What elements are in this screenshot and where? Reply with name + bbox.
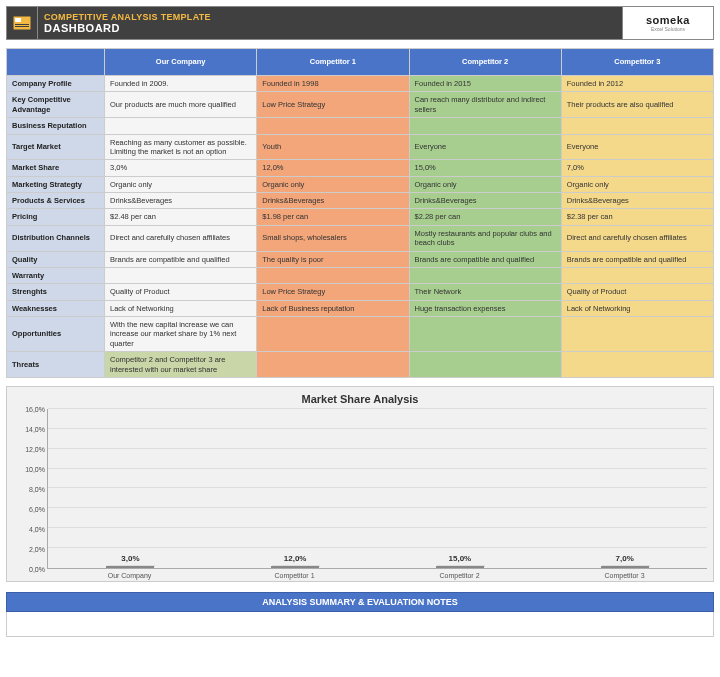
table-row: WeaknessesLack of NetworkingLack of Busi… — [7, 300, 714, 316]
cell-c3[interactable]: Direct and carefully chosen affiliates — [561, 225, 713, 251]
brand-logo: someka Excel Solutions — [622, 7, 713, 39]
cell-c3[interactable] — [561, 352, 713, 378]
cell-c3[interactable] — [561, 317, 713, 352]
cell-c3[interactable]: Quality of Product — [561, 284, 713, 300]
cell-c1[interactable] — [257, 317, 409, 352]
row-label: Quality — [7, 251, 105, 267]
template-title: COMPETITIVE ANALYSIS TEMPLATE — [44, 12, 622, 22]
cell-our[interactable]: Direct and carefully chosen affiliates — [105, 225, 257, 251]
cell-c1[interactable] — [257, 118, 409, 134]
cell-c2[interactable]: Huge transaction expenses — [409, 300, 561, 316]
y-tick-label: 16,0% — [25, 405, 45, 412]
cell-c1[interactable]: Drinks&Beverages — [257, 193, 409, 209]
cell-c3[interactable] — [561, 267, 713, 283]
cell-c3[interactable]: Drinks&Beverages — [561, 193, 713, 209]
cell-c2[interactable] — [409, 352, 561, 378]
cell-c2[interactable]: Brands are compatible and qualified — [409, 251, 561, 267]
cell-c3[interactable]: Their products are also qualified — [561, 92, 713, 118]
header-titles: COMPETITIVE ANALYSIS TEMPLATE DASHBOARD — [38, 7, 622, 39]
row-label: Market Share — [7, 160, 105, 176]
row-label: Products & Services — [7, 193, 105, 209]
cell-our[interactable]: Drinks&Beverages — [105, 193, 257, 209]
cell-our[interactable]: Founded in 2009. — [105, 76, 257, 92]
cell-our[interactable]: 3,0% — [105, 160, 257, 176]
gridline — [48, 448, 707, 449]
app-header: COMPETITIVE ANALYSIS TEMPLATE DASHBOARD … — [6, 6, 714, 40]
cell-c1[interactable] — [257, 267, 409, 283]
cell-c3[interactable]: Organic only — [561, 176, 713, 192]
cell-c2[interactable]: Their Network — [409, 284, 561, 300]
cell-c3[interactable] — [561, 118, 713, 134]
cell-c3[interactable]: Founded in 2012 — [561, 76, 713, 92]
y-tick-label: 6,0% — [29, 505, 45, 512]
row-label: Marketing Strategty — [7, 176, 105, 192]
cell-our[interactable]: Quality of Product — [105, 284, 257, 300]
chart-plot-area: 3,0%12,0%15,0%7,0% — [47, 409, 707, 569]
bar-value-label: 7,0% — [616, 554, 634, 563]
table-row: StrenghtsQuality of ProductLow Price Str… — [7, 284, 714, 300]
cell-c2[interactable]: $2.28 per can — [409, 209, 561, 225]
cell-our[interactable]: Organic only — [105, 176, 257, 192]
x-tick-label: Competitor 1 — [212, 572, 377, 579]
y-tick-label: 12,0% — [25, 445, 45, 452]
y-tick-label: 14,0% — [25, 425, 45, 432]
row-label: Warranty — [7, 267, 105, 283]
cell-c2[interactable] — [409, 118, 561, 134]
row-label: Threats — [7, 352, 105, 378]
cell-c1[interactable]: $1.98 per can — [257, 209, 409, 225]
cell-c1[interactable]: Organic only — [257, 176, 409, 192]
table-row: Target MarketReaching as many customer a… — [7, 134, 714, 160]
cell-c3[interactable]: $2.38 per can — [561, 209, 713, 225]
y-tick-label: 8,0% — [29, 485, 45, 492]
cell-our[interactable]: Lack of Networking — [105, 300, 257, 316]
cell-c2[interactable]: Can reach many distributor and indirect … — [409, 92, 561, 118]
cell-our[interactable]: Competitor 2 and Competitor 3 are intere… — [105, 352, 257, 378]
table-row: ThreatsCompetitor 2 and Competitor 3 are… — [7, 352, 714, 378]
cell-c1[interactable]: Lack of Business reputation — [257, 300, 409, 316]
col-competitor-2: Competitor 2 — [409, 49, 561, 76]
cell-c3[interactable]: Lack of Networking — [561, 300, 713, 316]
cell-c1[interactable]: Founded in 1998 — [257, 76, 409, 92]
notes-body[interactable] — [6, 612, 714, 637]
gridline — [48, 487, 707, 488]
chart-x-axis: Our CompanyCompetitor 1Competitor 2Compe… — [47, 572, 707, 579]
bar-value-label: 12,0% — [284, 554, 307, 563]
cell-c1[interactable]: Small shops, wholesalers — [257, 225, 409, 251]
y-tick-label: 10,0% — [25, 465, 45, 472]
cell-c3[interactable]: Brands are compatible and qualified — [561, 251, 713, 267]
cell-c1[interactable]: 12,0% — [257, 160, 409, 176]
gridline — [48, 408, 707, 409]
cell-c1[interactable]: The quality is poor — [257, 251, 409, 267]
bar: 7,0% — [601, 566, 649, 568]
cell-c2[interactable]: 15,0% — [409, 160, 561, 176]
table-row: Business Reputation — [7, 118, 714, 134]
logo-tagline: Excel Solutions — [651, 26, 685, 32]
cell-c1[interactable]: Youth — [257, 134, 409, 160]
cell-our[interactable] — [105, 118, 257, 134]
cell-c3[interactable]: Everyone — [561, 134, 713, 160]
svg-rect-3 — [15, 26, 29, 27]
cell-c1[interactable]: Low Price Strategy — [257, 284, 409, 300]
cell-c2[interactable]: Drinks&Beverages — [409, 193, 561, 209]
market-share-chart: Market Share Analysis 0,0%2,0%4,0%6,0%8,… — [6, 386, 714, 582]
cell-our[interactable]: With the new capital increase we can inc… — [105, 317, 257, 352]
cell-our[interactable]: Brands are compatible and qualified — [105, 251, 257, 267]
cell-c3[interactable]: 7,0% — [561, 160, 713, 176]
cell-c1[interactable]: Low Price Strategy — [257, 92, 409, 118]
competitive-table: Our Company Competitor 1 Competitor 2 Co… — [6, 48, 714, 378]
svg-rect-2 — [15, 24, 29, 25]
cell-c2[interactable]: Founded in 2015 — [409, 76, 561, 92]
cell-our[interactable] — [105, 267, 257, 283]
cell-our[interactable]: Reaching as many customer as possible. L… — [105, 134, 257, 160]
cell-c2[interactable]: Organic only — [409, 176, 561, 192]
x-tick-label: Competitor 2 — [377, 572, 542, 579]
gridline — [48, 527, 707, 528]
cell-c1[interactable] — [257, 352, 409, 378]
cell-c2[interactable] — [409, 317, 561, 352]
cell-c2[interactable] — [409, 267, 561, 283]
cell-c2[interactable]: Mostly restaurants and popular clubs and… — [409, 225, 561, 251]
cell-our[interactable]: $2.48 per can — [105, 209, 257, 225]
cell-c2[interactable]: Everyone — [409, 134, 561, 160]
cell-our[interactable]: Our products are much more qualified — [105, 92, 257, 118]
table-row: QualityBrands are compatible and qualifi… — [7, 251, 714, 267]
